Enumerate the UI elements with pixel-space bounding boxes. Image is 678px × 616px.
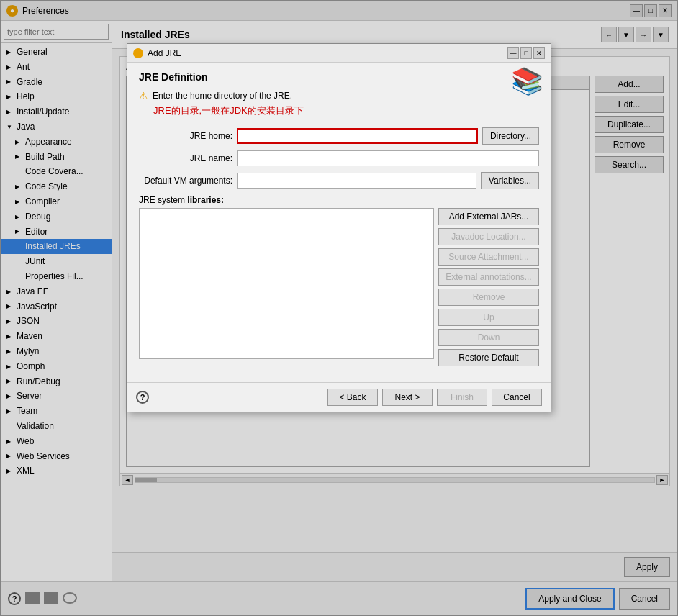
dialog-title-left: Add JRE	[133, 48, 181, 58]
next-button[interactable]: Next >	[382, 389, 433, 406]
dialog-overlay: Add JRE — □ ✕ 📚 JRE Definition ⚠ Enter t…	[0, 0, 678, 616]
dialog-cancel-button[interactable]: Cancel	[492, 389, 542, 406]
dialog-hint: JRE的目录,一般在JDK的安装目录下	[153, 104, 539, 117]
dialog-content: 📚 JRE Definition ⚠ Enter the home direct…	[127, 63, 551, 382]
dialog-title: Add JRE	[148, 48, 181, 58]
down-lib-button[interactable]: Down	[438, 329, 539, 346]
libs-area: Add External JARs... Javadoc Location...…	[139, 208, 539, 366]
dialog-maximize-button[interactable]: □	[520, 47, 532, 59]
dialog-warning-row: ⚠ Enter the home directory of the JRE.	[139, 90, 539, 101]
dialog-section-title: JRE Definition	[139, 71, 539, 83]
add-external-jars-button[interactable]: Add External JARs...	[438, 208, 539, 225]
dialog-warning-text: Enter the home directory of the JRE.	[153, 91, 292, 101]
dialog-footer: ? < Back Next > Finish Cancel	[127, 382, 551, 412]
default-vm-input[interactable]	[237, 173, 476, 189]
jre-name-row: JRE name:	[139, 150, 539, 166]
jre-name-input[interactable]	[237, 150, 539, 166]
default-vm-row: Default VM arguments: Variables...	[139, 172, 539, 189]
warning-icon: ⚠	[139, 90, 148, 101]
dialog-close-button[interactable]: ✕	[533, 47, 545, 59]
dialog-controls: — □ ✕	[507, 47, 545, 59]
finish-button[interactable]: Finish	[437, 389, 487, 406]
source-attachment-button[interactable]: Source Attachment...	[438, 248, 539, 266]
directory-button[interactable]: Directory...	[482, 127, 539, 145]
remove-lib-button[interactable]: Remove	[438, 289, 539, 306]
default-vm-label: Default VM arguments:	[139, 176, 232, 186]
libs-list[interactable]	[139, 208, 434, 359]
jre-home-row: JRE home: Directory...	[139, 127, 539, 145]
up-lib-button[interactable]: Up	[438, 309, 539, 326]
dialog-footer-buttons: < Back Next > Finish Cancel	[327, 389, 542, 406]
back-button[interactable]: < Back	[327, 389, 378, 406]
system-libs-label: JRE system libraries:	[139, 195, 539, 205]
preferences-window: ● Preferences — □ ✕ ▶ General ▶ Ant	[0, 0, 678, 616]
restore-default-button[interactable]: Restore Default	[438, 349, 539, 366]
dialog-help-icon[interactable]: ?	[136, 391, 149, 404]
dialog-footer-left: ?	[136, 391, 149, 404]
jre-name-label: JRE name:	[139, 153, 232, 163]
add-jre-dialog: Add JRE — □ ✕ 📚 JRE Definition ⚠ Enter t…	[127, 43, 551, 412]
javadoc-location-button[interactable]: Javadoc Location...	[438, 228, 539, 245]
variables-button[interactable]: Variables...	[481, 172, 539, 189]
books-icon: 📚	[511, 66, 543, 96]
libs-buttons: Add External JARs... Javadoc Location...…	[438, 208, 539, 366]
external-annotations-button[interactable]: External annotations...	[438, 268, 539, 286]
jre-home-input[interactable]	[237, 128, 478, 144]
dialog-minimize-button[interactable]: —	[507, 47, 519, 59]
jre-home-label: JRE home:	[139, 131, 232, 141]
dialog-titlebar: Add JRE — □ ✕	[127, 44, 551, 63]
dialog-app-icon	[133, 48, 143, 58]
